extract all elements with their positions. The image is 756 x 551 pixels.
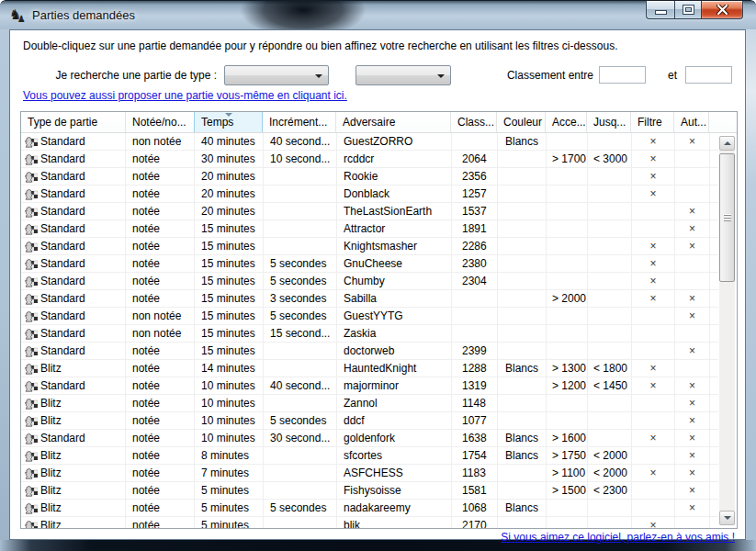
table-row[interactable]: Standard notée 15 minutes 3 secondes Sab…	[21, 290, 718, 308]
column-header-filtre[interactable]: Filtre	[631, 112, 674, 132]
cell-increment: 5 secondes	[264, 308, 337, 324]
table-row[interactable]: Standard notée 20 minutes Donblack 1257 …	[21, 186, 718, 203]
cell-classement: 2304	[452, 273, 498, 289]
cell-accepte	[547, 517, 588, 528]
cell-aut	[675, 255, 710, 272]
scroll-down-button[interactable]	[719, 511, 735, 525]
rating-min-input[interactable]	[599, 66, 646, 84]
cell-accepte	[547, 273, 588, 289]
column-header-jusqua[interactable]: Jusq...	[587, 112, 631, 132]
cell-temps: 20 minutes	[195, 186, 264, 202]
cell-filtre	[632, 447, 675, 464]
cell-temps: 10 minutes	[195, 430, 264, 446]
game-type-label: Je recherche une partie de type :	[10, 69, 217, 82]
rating-max-input[interactable]	[685, 66, 732, 84]
game-type-combobox[interactable]	[224, 65, 329, 85]
cell-type: Standard	[21, 133, 126, 150]
table-row[interactable]: Blitz notée 7 minutes ASFCHESS 1183 > 11…	[21, 465, 718, 482]
cell-couleur	[498, 151, 547, 167]
cell-notee: notée	[126, 377, 195, 394]
cell-jusqua	[588, 133, 632, 150]
close-icon	[717, 5, 728, 15]
table-row[interactable]: Standard notée 15 minutes Attractor 1891…	[21, 220, 718, 238]
cell-increment	[264, 395, 337, 411]
table-row[interactable]: Standard non notée 15 minutes 15 second.…	[21, 325, 718, 343]
table-row[interactable]: Blitz notée 5 minutes blik 2170 ×	[21, 517, 718, 528]
cell-adversaire: Fishysoisse	[337, 482, 452, 499]
cell-accepte	[547, 412, 588, 429]
table-row[interactable]: Standard non notée 40 minutes 40 second.…	[21, 133, 718, 151]
column-header-increment[interactable]: Incrément...	[263, 112, 336, 132]
close-button[interactable]	[702, 1, 743, 19]
cell-notee: notée	[126, 465, 195, 481]
cell-increment	[264, 203, 337, 219]
cell-jusqua: < 1800	[588, 360, 632, 377]
column-header-accepte[interactable]: Acce...	[546, 112, 587, 132]
game-category-combobox[interactable]	[355, 65, 451, 85]
cell-increment: 3 secondes	[264, 290, 337, 307]
cell-filtre: ×	[632, 133, 675, 150]
cell-couleur	[498, 273, 547, 289]
maximize-button[interactable]	[674, 1, 702, 19]
column-header-adversaire[interactable]: Adversaire	[336, 112, 451, 132]
cell-aut: ×	[675, 133, 710, 150]
cell-increment	[264, 343, 337, 359]
cell-type: Blitz	[21, 500, 126, 516]
propose-game-link[interactable]: Vous pouvez aussi proposer une partie vo…	[23, 89, 347, 102]
cell-accepte	[547, 168, 588, 185]
minimize-button[interactable]	[646, 1, 674, 19]
table-row[interactable]: Blitz notée 10 minutes Zannol 1148 ×	[21, 395, 718, 412]
cell-temps: 15 minutes	[195, 343, 264, 359]
column-header-classement[interactable]: Class...	[451, 112, 497, 132]
table-row[interactable]: Standard notée 10 minutes 40 second... m…	[21, 377, 718, 395]
cell-adversaire: Zannol	[337, 395, 452, 411]
table-row[interactable]: Blitz notée 10 minutes 5 secondes ddcf 1…	[21, 412, 718, 430]
rating-between-label: Classement entre	[497, 69, 593, 82]
cell-increment: 10 second...	[264, 151, 337, 167]
column-header-notee[interactable]: Notée/no...	[126, 112, 195, 132]
table-row[interactable]: Standard notée 30 minutes 10 second... r…	[21, 151, 718, 168]
table-row[interactable]: Standard notée 20 minutes Rookie 2356 ×	[21, 168, 718, 186]
table-row[interactable]: Standard notée 15 minutes Knightsmasher …	[21, 238, 718, 255]
table-row[interactable]: Blitz notée 14 minutes HauntedKnight 128…	[21, 360, 718, 377]
cell-notee: non notée	[126, 325, 195, 342]
table-row[interactable]: Blitz notée 8 minutes sfcortes 1754 Blan…	[21, 447, 718, 465]
cell-increment	[264, 360, 337, 377]
cell-filtre: ×	[632, 168, 675, 185]
table-row[interactable]: Standard notée 15 minutes 5 secondes Chu…	[21, 273, 718, 290]
cell-classement: 1537	[452, 203, 498, 219]
cell-increment: 5 secondes	[264, 255, 337, 272]
cell-aut: ×	[675, 482, 710, 499]
chess-pawn-icon	[24, 344, 38, 358]
column-header-type[interactable]: Type de partie	[21, 112, 126, 132]
vertical-scrollbar[interactable]	[719, 136, 735, 525]
sort-descending-icon	[225, 113, 232, 117]
share-app-link[interactable]: Si vous aimez ce logiciel, parlez-en à v…	[501, 531, 735, 544]
cell-temps: 15 minutes	[195, 255, 264, 272]
cell-classement: 2399	[452, 343, 498, 359]
cell-type: Blitz	[21, 482, 126, 499]
cell-notee: notée	[126, 360, 195, 377]
cell-temps: 5 minutes	[195, 500, 264, 516]
cell-type: Standard	[21, 186, 126, 202]
table-row[interactable]: Standard notée 20 minutes TheLastSionEar…	[21, 203, 718, 220]
column-header-temps[interactable]: Temps	[194, 112, 263, 132]
table-row[interactable]: Standard notée 15 minutes doctorweb 2399…	[21, 343, 718, 360]
cell-jusqua	[588, 255, 632, 272]
table-row[interactable]: Standard non notée 15 minutes 5 secondes…	[21, 308, 718, 325]
title-bar[interactable]: ♞♟ Parties demandées	[0, 0, 756, 29]
column-header-aut[interactable]: Aut...	[674, 112, 709, 132]
scrollbar-thumb[interactable]	[719, 153, 735, 282]
scroll-up-button[interactable]	[719, 136, 735, 151]
cell-accepte	[547, 343, 588, 359]
table-row[interactable]: Blitz notée 5 minutes Fishysoisse 1581 >…	[21, 482, 718, 500]
cell-filtre: ×	[632, 377, 675, 394]
cell-accepte	[547, 255, 588, 272]
cell-couleur	[498, 412, 547, 429]
table-row[interactable]: Standard notée 15 minutes 5 secondes Gnu…	[21, 255, 718, 273]
table-row[interactable]: Blitz notée 5 minutes 5 secondes nadakar…	[21, 500, 718, 517]
column-header-couleur[interactable]: Couleur	[497, 112, 546, 132]
table-body: Standard non notée 40 minutes 40 second.…	[21, 133, 718, 528]
cell-type: Standard	[21, 255, 126, 272]
table-row[interactable]: Standard notée 10 minutes 30 second... g…	[21, 430, 718, 447]
